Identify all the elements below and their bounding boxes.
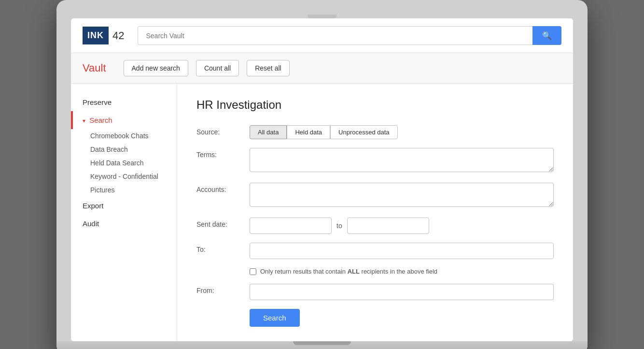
source-all-data-button[interactable]: All data [250,125,287,139]
all-recipients-label: Only return results that contain ALL rec… [260,268,437,275]
app-body: Vault Add new search Count all Reset all… [71,53,573,341]
app-toolbar: Vault Add new search Count all Reset all [71,53,573,84]
terms-label: Terms: [196,148,250,159]
all-recipients-checkbox[interactable] [250,268,256,275]
vault-title: Vault [83,62,106,74]
sidebar-item-search[interactable]: ▾ Search [71,111,177,129]
logo: INK 42 [83,27,128,44]
sent-date-row: Sent date: to [196,218,554,234]
sidebar-sub-item-pictures[interactable]: Pictures [90,183,177,197]
source-label: Source: [196,125,250,136]
from-input[interactable] [250,284,554,300]
search-icon: 🔍 [542,31,552,40]
from-row: From: [196,284,554,300]
from-label: From: [196,284,250,294]
chevron-down-icon: ▾ [83,117,85,124]
sidebar-sub-item-chromebook[interactable]: Chromebook Chats [90,129,177,143]
vault-search-button[interactable]: 🔍 [532,26,561,45]
sidebar: Preserve ▾ Search Chromebook Chats Data … [71,84,177,341]
checkbox-row: Only return results that contain ALL rec… [250,268,554,275]
to-row: To: [196,243,554,259]
sent-date-field: to [250,218,554,234]
sidebar-sub-item-held-data[interactable]: Held Data Search [90,156,177,170]
count-all-button[interactable]: Count all [196,60,239,76]
to-input[interactable] [250,243,554,259]
sidebar-sub-item-data-breach[interactable]: Data Breach [90,143,177,156]
vault-search-bar: 🔍 [138,26,561,45]
logo-42: 42 [109,29,128,42]
reset-all-button[interactable]: Reset all [247,60,289,76]
sidebar-sub-item-keyword[interactable]: Keyword - Confidential [90,170,177,183]
sidebar-subitems: Chromebook Chats Data Breach Held Data S… [71,129,177,197]
laptop-notch [308,15,336,18]
laptop-base [56,341,588,349]
from-field [250,284,554,300]
sidebar-item-preserve[interactable]: Preserve [71,93,177,111]
terms-field [250,148,554,174]
sent-date-label: Sent date: [196,218,250,228]
sent-date-from-input[interactable] [250,218,332,234]
source-row: Source: All data Held data Unprocessed d… [196,125,554,139]
main-content: HR Investigation Source: All data Held d… [177,84,573,341]
app-header: INK 42 🔍 [71,18,573,53]
laptop-frame: INK 42 🔍 Vault Add new search Count all … [56,0,588,349]
sidebar-item-export[interactable]: Export [71,197,177,215]
investigation-title: HR Investigation [196,98,554,112]
source-held-data-button[interactable]: Held data [287,125,330,139]
laptop-screen: INK 42 🔍 Vault Add new search Count all … [71,18,573,341]
accounts-label: Accounts: [196,183,250,193]
accounts-input[interactable] [250,183,554,207]
logo-ink: INK [83,27,109,44]
to-field [250,243,554,259]
add-new-search-button[interactable]: Add new search [124,60,188,76]
search-submit-button[interactable]: Search [250,309,300,327]
to-label: To: [196,243,250,253]
accounts-field [250,183,554,209]
sidebar-item-audit[interactable]: Audit [71,215,177,233]
to-separator: to [336,222,342,230]
source-unprocessed-button[interactable]: Unprocessed data [330,125,398,139]
vault-search-input[interactable] [138,26,532,45]
terms-row: Terms: [196,148,554,174]
terms-input[interactable] [250,148,554,172]
accounts-row: Accounts: [196,183,554,209]
sent-date-to-input[interactable] [347,218,429,234]
app-content: Preserve ▾ Search Chromebook Chats Data … [71,84,573,341]
source-buttons: All data Held data Unprocessed data [250,125,554,139]
